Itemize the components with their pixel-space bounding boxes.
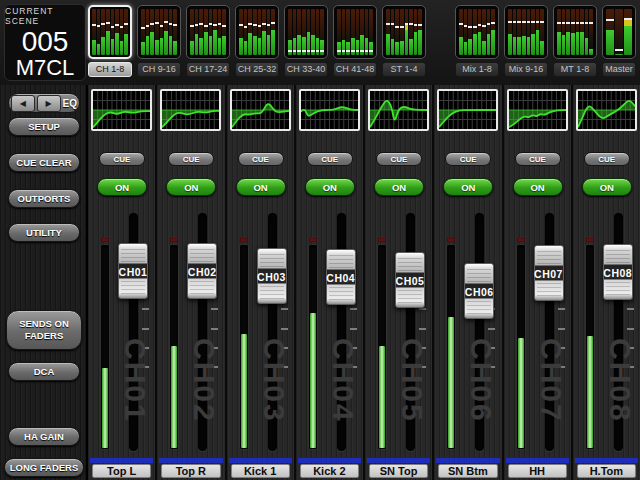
bank-tab[interactable]: CH 9-16 <box>137 5 181 77</box>
channel-name[interactable]: SN Btm <box>438 464 497 478</box>
peak-led <box>101 238 109 242</box>
setup-button[interactable]: SETUP <box>8 117 80 136</box>
eq-thumbnail[interactable] <box>576 89 637 131</box>
fader-cap[interactable]: CH06 <box>464 263 494 319</box>
on-button-label: ON <box>323 182 337 193</box>
eq-curve-graph <box>301 91 358 129</box>
eq-thumbnail[interactable] <box>299 89 360 131</box>
on-button[interactable]: ON <box>374 178 424 196</box>
cue-button[interactable]: CUE <box>238 152 284 166</box>
level-meter <box>447 245 455 449</box>
level-meter-fill <box>102 368 108 448</box>
fader-scale-tick <box>281 308 288 310</box>
fader-cap[interactable]: CH08 <box>603 244 633 300</box>
current-scene-label: CURRENT SCENE <box>5 6 85 26</box>
eq-thumbnail[interactable] <box>507 89 568 131</box>
eq-thumbnail[interactable] <box>368 89 429 131</box>
fader-scale-tick <box>350 308 357 310</box>
bank-meter-display <box>504 5 548 59</box>
fader-cap[interactable]: CH01 <box>118 243 148 299</box>
channel-name[interactable]: SN Top <box>369 464 428 478</box>
on-button[interactable]: ON <box>166 178 216 196</box>
cue-button-label: CUE <box>114 155 131 164</box>
channel-watermark: CH03 <box>257 338 291 423</box>
sends-on-faders-button[interactable]: SENDS ON FADERS <box>6 310 82 350</box>
fader-scale-tick <box>419 308 426 310</box>
fader-cap[interactable]: CH03 <box>257 248 287 304</box>
on-button-label: ON <box>392 182 406 193</box>
channel-name[interactable]: Kick 1 <box>231 464 290 478</box>
cue-button[interactable]: CUE <box>376 152 422 166</box>
scene-number: 005 <box>22 28 69 56</box>
channel-name[interactable]: HH <box>508 464 567 478</box>
channel-watermark: CH02 <box>187 338 221 423</box>
level-meter <box>378 245 386 449</box>
fader-cap[interactable]: CH02 <box>187 243 217 299</box>
channel-color-bar <box>575 458 638 463</box>
channel-name[interactable]: H.Tom <box>577 464 636 478</box>
bank-next-button[interactable]: ▶ <box>37 95 61 112</box>
top-bar: CURRENT SCENE 005 M7CL CH 1-8 CH 9-16 CH… <box>0 0 640 87</box>
cue-button[interactable]: CUE <box>445 152 491 166</box>
eq-thumbnail[interactable] <box>160 89 221 131</box>
channel-strip: CUE ON CH02 CH02 Top R <box>155 85 224 480</box>
cue-button[interactable]: CUE <box>168 152 214 166</box>
cue-clear-button[interactable]: CUE CLEAR <box>8 153 80 172</box>
dca-button[interactable]: DCA <box>8 362 80 381</box>
eq-thumbnail[interactable] <box>437 89 498 131</box>
fader-cap[interactable]: CH04 <box>326 249 356 305</box>
bank-tab[interactable]: CH 17-24 <box>186 5 230 77</box>
channel-strip: CUE ON CH01 CH01 Top L <box>88 85 155 480</box>
cue-button[interactable]: CUE <box>584 152 630 166</box>
bank-tab[interactable]: ST 1-4 <box>382 5 426 77</box>
level-meter-fill <box>310 313 316 448</box>
eq-thumbnail[interactable] <box>230 89 291 131</box>
bank-meter-display <box>137 5 181 59</box>
bank-tab[interactable]: CH 1-8 <box>88 5 132 77</box>
console-model: M7CL <box>16 56 75 80</box>
fader-cap[interactable]: CH05 <box>395 252 425 308</box>
bank-tab[interactable]: MT 1-8 <box>553 5 597 77</box>
bank-tab[interactable]: CH 25-32 <box>235 5 279 77</box>
fader-cap-label: CH02 <box>188 264 216 279</box>
app: { "scene": { "label": "CURRENT SCENE", "… <box>0 0 640 480</box>
channel-name[interactable]: Top R <box>161 464 220 478</box>
utility-button[interactable]: UTILITY <box>8 223 80 242</box>
fader-scale-tick <box>211 308 218 310</box>
fader-scale-tick <box>211 328 218 330</box>
eq-curve-graph <box>162 91 219 129</box>
bank-tab[interactable]: CH 33-40 <box>284 5 328 77</box>
on-button[interactable]: ON <box>236 178 286 196</box>
cue-button-label: CUE <box>529 155 546 164</box>
cue-button[interactable]: CUE <box>307 152 353 166</box>
bank-meter-display <box>284 5 328 59</box>
long-faders-button[interactable]: LONG FADERS <box>4 458 84 477</box>
eq-thumbnail[interactable] <box>91 89 152 131</box>
cue-button[interactable]: CUE <box>99 152 145 166</box>
bank-tabs: CH 1-8 CH 9-16 CH 17-24 CH 25-32 CH 33-4… <box>88 5 636 77</box>
on-button[interactable]: ON <box>513 178 563 196</box>
bank-tab[interactable]: Master <box>602 5 636 77</box>
ha-gain-button[interactable]: HA GAIN <box>8 427 80 446</box>
on-button[interactable]: ON <box>305 178 355 196</box>
fader-cap-label: CH08 <box>604 265 632 280</box>
on-button[interactable]: ON <box>443 178 493 196</box>
outports-button[interactable]: OUTPORTS <box>8 189 80 208</box>
channel-name[interactable]: Top L <box>92 464 151 478</box>
bank-tab[interactable]: CH 41-48 <box>333 5 377 77</box>
fader-cap-label: CH06 <box>465 284 493 299</box>
channel-strips: CUE ON CH01 CH01 Top L CUE ON CH02 <box>88 85 640 480</box>
on-button[interactable]: ON <box>582 178 632 196</box>
current-scene-box[interactable]: CURRENT SCENE 005 M7CL <box>4 4 86 81</box>
bank-prev-button[interactable]: ◀ <box>11 95 35 112</box>
bank-tab[interactable]: Mix 1-8 <box>455 5 499 77</box>
fader-cap[interactable]: CH07 <box>534 245 564 301</box>
bank-tab[interactable]: Mix 9-16 <box>504 5 548 77</box>
fader-scale-tick <box>142 308 149 310</box>
on-button[interactable]: ON <box>97 178 147 196</box>
bank-meter-display <box>553 5 597 59</box>
cue-button[interactable]: CUE <box>515 152 561 166</box>
channel-name[interactable]: Kick 2 <box>300 464 359 478</box>
bank-meter-display <box>333 5 377 59</box>
bank-tab-label: CH 33-40 <box>284 62 328 77</box>
